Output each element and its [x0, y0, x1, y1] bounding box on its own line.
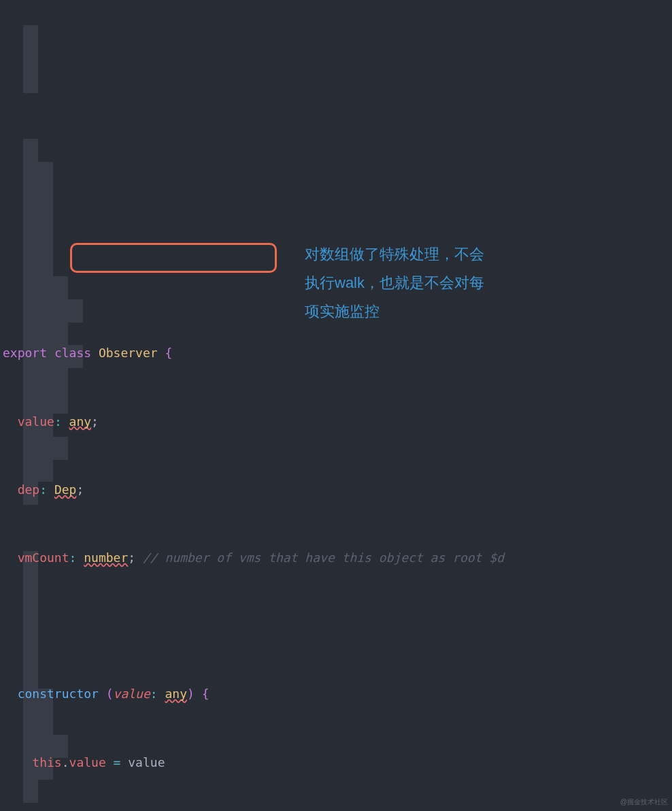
- code-editor[interactable]: export class Observer { value: any; dep:…: [0, 0, 672, 811]
- code-line: vmCount: number; // number of vms that h…: [3, 546, 672, 569]
- code-line: dep: Dep;: [3, 478, 672, 501]
- code-line: constructor (value: any) {: [3, 682, 672, 706]
- code-line: this.value = value: [3, 751, 672, 774]
- code-line: value: any;: [3, 410, 672, 433]
- code-line: [3, 614, 672, 638]
- watermark: @掘金技术社区: [620, 796, 668, 809]
- code-line: export class Observer {: [3, 342, 672, 365]
